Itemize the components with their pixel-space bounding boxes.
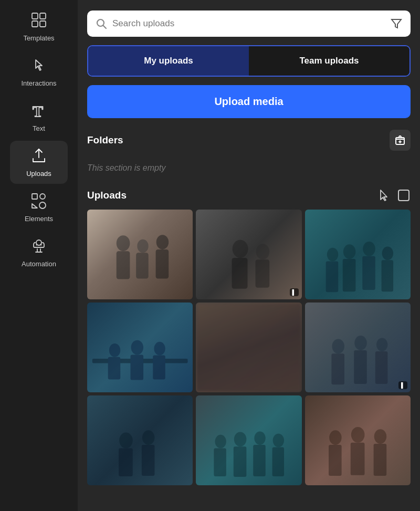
- sidebar-item-interactions[interactable]: Interactions: [10, 50, 68, 93]
- svg-point-35: [382, 247, 393, 260]
- svg-rect-18: [398, 190, 409, 201]
- uploads-title: Uploads: [87, 190, 127, 201]
- sidebar-item-uploads[interactable]: Uploads: [10, 141, 68, 184]
- sidebar-item-automation-label: Automation: [22, 260, 56, 268]
- svg-rect-65: [350, 443, 364, 475]
- svg-rect-2: [32, 21, 38, 27]
- svg-point-27: [256, 244, 270, 259]
- svg-rect-8: [39, 202, 46, 208]
- svg-rect-57: [234, 447, 247, 477]
- svg-point-31: [343, 244, 356, 259]
- search-input[interactable]: [112, 18, 385, 29]
- svg-rect-28: [256, 259, 270, 287]
- sidebar-item-elements[interactable]: Elements: [10, 186, 68, 229]
- automation-icon: [30, 237, 47, 257]
- svg-rect-36: [381, 260, 393, 291]
- upload-image-1[interactable]: [87, 210, 193, 299]
- svg-point-44: [332, 339, 344, 354]
- main-content: My uploads Team uploads Upload media Fol…: [78, 0, 420, 511]
- svg-point-56: [234, 432, 247, 447]
- sidebar-item-interactions-label: Interactions: [21, 79, 56, 87]
- sidebar-item-automation[interactable]: Automation: [10, 231, 68, 274]
- svg-rect-39: [108, 357, 121, 380]
- folders-empty-text: This section is empty: [87, 158, 411, 189]
- svg-rect-67: [373, 444, 386, 476]
- svg-rect-20: [117, 251, 130, 279]
- svg-rect-41: [130, 355, 143, 380]
- svg-point-58: [255, 432, 266, 445]
- svg-point-60: [273, 434, 284, 447]
- svg-rect-53: [142, 445, 155, 476]
- svg-marker-7: [32, 204, 37, 208]
- sidebar-item-elements-label: Elements: [25, 215, 53, 223]
- tab-team-uploads[interactable]: Team uploads: [249, 46, 410, 76]
- svg-rect-22: [136, 253, 149, 278]
- svg-rect-55: [214, 449, 227, 476]
- upload-media-button[interactable]: Upload media: [87, 85, 411, 118]
- cursor-icon: [378, 189, 392, 202]
- svg-rect-3: [40, 21, 46, 27]
- svg-rect-26: [232, 258, 248, 289]
- upload-image-7[interactable]: [87, 395, 193, 485]
- text-icon: T: [30, 102, 47, 121]
- svg-rect-32: [342, 259, 355, 291]
- svg-point-62: [329, 431, 342, 445]
- sidebar: Templates Interactions T Text Uploads: [0, 0, 78, 511]
- upload-image-2[interactable]: ▌: [196, 210, 301, 299]
- svg-rect-1: [40, 13, 46, 19]
- folders-section-header: Folders: [87, 130, 411, 151]
- sidebar-item-templates[interactable]: Templates: [10, 5, 68, 48]
- tab-my-uploads[interactable]: My uploads: [88, 46, 249, 76]
- svg-rect-59: [254, 445, 266, 476]
- svg-rect-0: [32, 13, 38, 19]
- select-box-icon[interactable]: [397, 189, 411, 202]
- upload-tabs: My uploads Team uploads: [87, 45, 411, 77]
- svg-point-21: [137, 239, 148, 253]
- svg-point-54: [215, 435, 226, 449]
- svg-rect-24: [156, 249, 169, 279]
- svg-point-6: [40, 194, 45, 199]
- sidebar-item-text-label: Text: [33, 124, 45, 132]
- svg-rect-45: [331, 353, 344, 384]
- upload-image-5[interactable]: [196, 303, 301, 392]
- uploads-tools: [378, 189, 411, 202]
- svg-point-38: [109, 343, 120, 357]
- video-badge-6: ▌: [398, 381, 407, 389]
- svg-marker-14: [392, 19, 401, 28]
- svg-point-10: [36, 244, 38, 246]
- upload-image-8[interactable]: [196, 395, 301, 485]
- elements-icon: [30, 192, 47, 212]
- svg-point-33: [363, 242, 375, 256]
- folders-title: Folders: [87, 134, 123, 146]
- svg-point-25: [233, 240, 248, 258]
- svg-point-48: [376, 338, 387, 352]
- svg-rect-51: [119, 449, 133, 476]
- video-badge-2: ▌: [290, 288, 299, 296]
- filter-icon[interactable]: [391, 18, 402, 29]
- add-folder-button[interactable]: [390, 130, 411, 151]
- svg-text:T: T: [33, 102, 43, 119]
- svg-rect-43: [153, 356, 165, 380]
- svg-rect-61: [272, 447, 284, 477]
- sidebar-item-text[interactable]: T Text: [10, 96, 68, 139]
- uploads-section-header: Uploads: [87, 189, 411, 202]
- search-icon: [96, 18, 107, 29]
- sidebar-item-templates-label: Templates: [23, 34, 54, 42]
- svg-rect-30: [326, 261, 338, 292]
- svg-point-19: [117, 235, 130, 251]
- interactions-icon: [30, 57, 47, 76]
- svg-point-64: [351, 427, 364, 443]
- uploads-icon: [30, 147, 47, 166]
- svg-rect-63: [329, 445, 342, 476]
- svg-rect-49: [375, 351, 387, 384]
- svg-rect-5: [32, 194, 37, 199]
- svg-rect-34: [362, 256, 375, 290]
- svg-point-40: [131, 340, 144, 355]
- upload-image-4[interactable]: [87, 303, 193, 392]
- upload-image-6[interactable]: ▌: [305, 303, 411, 392]
- sidebar-item-uploads-label: Uploads: [26, 170, 51, 178]
- upload-image-3[interactable]: [305, 210, 411, 299]
- upload-image-9[interactable]: [305, 395, 411, 485]
- svg-line-13: [103, 26, 107, 29]
- svg-point-11: [40, 244, 42, 246]
